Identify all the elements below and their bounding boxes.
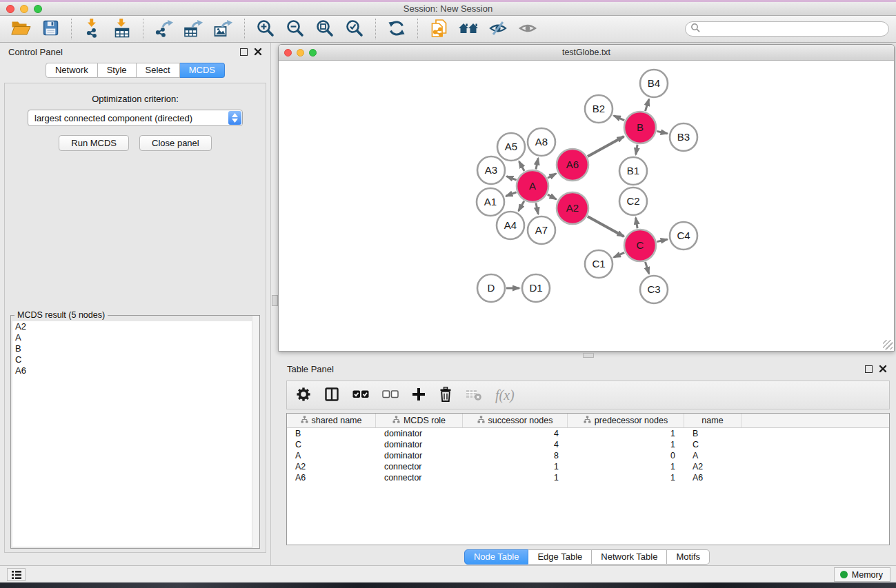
- graph-node-A6[interactable]: A6: [557, 149, 588, 181]
- graph-edge-C-C3[interactable]: [646, 262, 649, 274]
- float-table-panel-icon[interactable]: [865, 365, 873, 373]
- table-cell[interactable]: 1: [463, 473, 568, 483]
- graph-node-B[interactable]: B: [624, 112, 656, 143]
- zoom-out-button[interactable]: [283, 17, 307, 41]
- graph-edge-A-A3[interactable]: [506, 176, 516, 181]
- column-header-successor-nodes[interactable]: successor nodes: [463, 414, 568, 427]
- refresh-button[interactable]: [385, 17, 408, 41]
- graph-edge-A2-C[interactable]: [588, 216, 624, 236]
- memory-button[interactable]: Memory: [834, 567, 890, 582]
- vertical-split-handle[interactable]: [272, 295, 278, 306]
- save-session-button[interactable]: [39, 17, 62, 41]
- export-network-button[interactable]: [152, 17, 176, 41]
- graph-node-A1[interactable]: A1: [477, 188, 504, 216]
- table-row[interactable]: A2connector11A2: [287, 461, 889, 472]
- table-cell[interactable]: 4: [463, 440, 568, 449]
- graph-edge-C-C2[interactable]: [636, 218, 637, 229]
- mcds-result-item[interactable]: A6: [12, 365, 258, 376]
- graph-edge-A-A4[interactable]: [519, 201, 524, 211]
- table-cell[interactable]: 1: [463, 462, 568, 472]
- zoom-selected-button[interactable]: [343, 17, 366, 41]
- window-resize-grip[interactable]: [883, 340, 893, 349]
- graph-edge-A-A5[interactable]: [519, 161, 525, 171]
- minimize-window-button[interactable]: [20, 5, 28, 13]
- tab-network-table[interactable]: Network Table: [592, 549, 667, 565]
- table-cell[interactable]: 0: [568, 451, 684, 460]
- search-field[interactable]: [685, 21, 889, 37]
- mcds-result-item[interactable]: A: [12, 332, 258, 343]
- graph-node-A3[interactable]: A3: [477, 156, 505, 184]
- tab-style[interactable]: Style: [98, 63, 137, 78]
- graph-node-C4[interactable]: C4: [670, 222, 697, 250]
- tab-network[interactable]: Network: [46, 63, 98, 78]
- network-canvas[interactable]: B4B2BB3A8A5A6A3B1AA1C2A2A4A7C4CC1DD1C3: [279, 61, 893, 350]
- close-window-button[interactable]: [6, 5, 14, 13]
- column-header-predecessor-nodes[interactable]: predecessor nodes: [568, 414, 684, 427]
- network-close-button[interactable]: [284, 49, 292, 57]
- add-column-button[interactable]: [412, 386, 426, 404]
- graph-edge-A-A1[interactable]: [506, 192, 517, 196]
- table-cell[interactable]: A: [684, 451, 741, 460]
- graph-node-A[interactable]: A: [517, 170, 548, 202]
- graph-edge-C-C4[interactable]: [657, 239, 667, 241]
- table-cell[interactable]: 8: [463, 451, 568, 460]
- column-header-name[interactable]: name: [684, 414, 741, 427]
- graph-edge-A-A6[interactable]: [548, 174, 556, 179]
- table-cell[interactable]: 4: [463, 429, 568, 438]
- table-cell[interactable]: 1: [568, 429, 684, 438]
- mcds-result-item[interactable]: C: [12, 354, 258, 365]
- graph-node-A2[interactable]: A2: [557, 192, 588, 224]
- table-cell[interactable]: A6: [287, 473, 376, 483]
- graph-node-C3[interactable]: C3: [640, 276, 668, 303]
- graph-edge-A6-B[interactable]: [588, 136, 624, 156]
- table-options-gear-button[interactable]: [296, 386, 311, 404]
- table-cell[interactable]: dominator: [376, 429, 463, 438]
- close-panel-button[interactable]: Close panel: [139, 135, 212, 151]
- float-panel-icon[interactable]: [240, 48, 248, 56]
- mcds-result-item[interactable]: A2: [12, 321, 258, 332]
- tab-motifs[interactable]: Motifs: [667, 549, 710, 565]
- export-image-button[interactable]: [212, 17, 235, 41]
- open-file-button[interactable]: [9, 17, 32, 41]
- graph-node-A7[interactable]: A7: [528, 216, 555, 244]
- table-cell[interactable]: A6: [684, 473, 741, 483]
- hide-selected-button[interactable]: [486, 17, 510, 41]
- column-visibility-button[interactable]: [324, 386, 339, 404]
- table-row[interactable]: Cdominator41C: [287, 439, 889, 450]
- graph-node-C2[interactable]: C2: [619, 187, 647, 215]
- table-cell[interactable]: A2: [684, 462, 741, 472]
- network-window-titlebar[interactable]: testGlobe.txt: [279, 45, 894, 61]
- tab-edge-table[interactable]: Edge Table: [528, 549, 592, 565]
- table-cell[interactable]: dominator: [376, 451, 463, 460]
- table-cell[interactable]: connector: [376, 462, 463, 472]
- graph-edge-C-C1[interactable]: [614, 252, 624, 257]
- criterion-select[interactable]: largest connected component (directed): [28, 110, 243, 126]
- close-table-panel-icon[interactable]: [879, 365, 887, 373]
- table-cell[interactable]: 1: [568, 473, 684, 483]
- table-cell[interactable]: dominator: [376, 440, 463, 449]
- graph-node-D[interactable]: D: [477, 274, 505, 302]
- graph-node-B4[interactable]: B4: [640, 70, 668, 97]
- table-cell[interactable]: B: [684, 429, 741, 438]
- zoom-window-button[interactable]: [34, 5, 42, 13]
- first-neighbors-button[interactable]: [457, 17, 480, 41]
- deselect-all-rows-button[interactable]: [382, 386, 399, 404]
- table-row[interactable]: A6connector11A6: [287, 472, 889, 483]
- table-cell[interactable]: 1: [568, 462, 684, 472]
- graph-node-B1[interactable]: B1: [619, 157, 647, 185]
- graph-node-C1[interactable]: C1: [585, 250, 613, 278]
- table-cell[interactable]: 1: [568, 440, 684, 449]
- tab-select[interactable]: Select: [137, 63, 180, 78]
- graph-edge-B-B1[interactable]: [636, 145, 637, 155]
- graph-node-A5[interactable]: A5: [497, 133, 525, 161]
- graph-node-A8[interactable]: A8: [528, 128, 555, 156]
- run-mcds-button[interactable]: Run MCDS: [59, 135, 129, 151]
- column-header-shared-name[interactable]: shared name: [287, 414, 376, 427]
- new-network-from-selection-button[interactable]: [427, 17, 450, 41]
- table-row[interactable]: Adominator80A: [287, 450, 889, 461]
- import-table-button[interactable]: [110, 17, 134, 41]
- table-cell[interactable]: C: [684, 440, 741, 449]
- table-cell[interactable]: A2: [287, 462, 376, 472]
- delete-table-button[interactable]: [466, 386, 482, 404]
- table-cell[interactable]: A: [287, 451, 376, 460]
